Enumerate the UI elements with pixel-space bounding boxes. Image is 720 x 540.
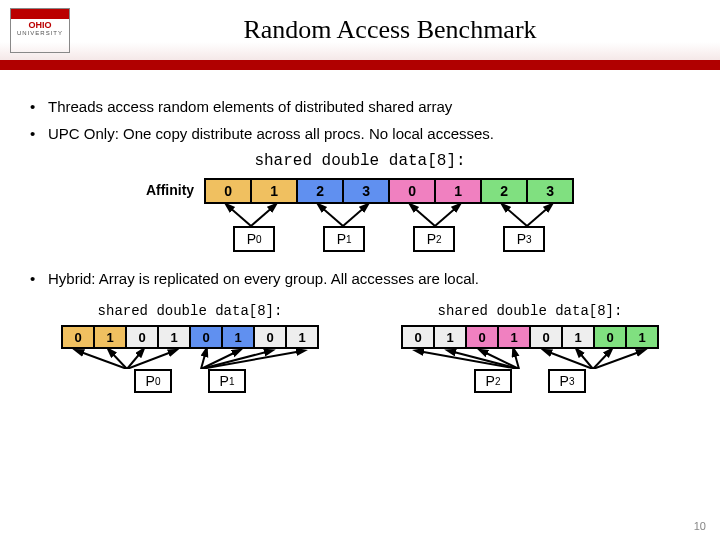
slide-content: Threads access random elements of distri… <box>0 70 720 393</box>
array-cell: 0 <box>253 325 287 349</box>
svg-line-5 <box>435 206 458 226</box>
array-cell: 2 <box>296 178 344 204</box>
code-declaration-top: shared double data[8]: <box>30 152 690 170</box>
array-cells-right: 0 1 0 1 0 1 0 1 <box>401 325 659 349</box>
svg-line-0 <box>228 206 251 226</box>
osu-logo: OHIO UNIVERSITY <box>10 8 70 53</box>
svg-line-3 <box>343 206 366 226</box>
proc-box: P3 <box>503 226 545 252</box>
diagram-upc: Affinity 0 1 2 3 0 1 2 3 <box>30 178 690 252</box>
array-cell: 0 <box>388 178 436 204</box>
svg-line-15 <box>201 351 302 369</box>
array-cell: 1 <box>434 178 482 204</box>
array-cell: 1 <box>93 325 127 349</box>
proc-box: P2 <box>474 369 512 393</box>
hybrid-right: shared double data[8]: 0 1 0 1 0 1 0 1 <box>370 297 690 393</box>
svg-line-1 <box>251 206 274 226</box>
arrows-left <box>61 347 319 369</box>
hybrid-left: shared double data[8]: 0 1 0 1 0 1 0 1 <box>30 297 350 393</box>
array-cell: 1 <box>433 325 467 349</box>
code-declaration-left: shared double data[8]: <box>30 303 350 319</box>
svg-line-16 <box>418 351 519 369</box>
svg-line-4 <box>412 206 435 226</box>
arrows-top <box>204 202 574 226</box>
proc-box: P0 <box>134 369 172 393</box>
array-cell: 1 <box>250 178 298 204</box>
array-cell: 0 <box>401 325 435 349</box>
page-number: 10 <box>694 520 706 532</box>
array-cell: 0 <box>189 325 223 349</box>
proc-box: P1 <box>208 369 246 393</box>
bullet-1: Threads access random elements of distri… <box>30 98 690 115</box>
procs-row-right: P2 P3 <box>474 369 586 393</box>
array-cell: 1 <box>497 325 531 349</box>
code-declaration-right: shared double data[8]: <box>370 303 690 319</box>
proc-box: P3 <box>548 369 586 393</box>
array-cell: 0 <box>125 325 159 349</box>
diagram-hybrid: shared double data[8]: 0 1 0 1 0 1 0 1 <box>30 297 690 393</box>
array-cell: 3 <box>342 178 390 204</box>
svg-line-17 <box>450 351 519 369</box>
array-cell: 0 <box>61 325 95 349</box>
bullet-3: Hybrid: Array is replicated on every gro… <box>30 270 690 287</box>
proc-box: P0 <box>233 226 275 252</box>
array-cell: 0 <box>529 325 563 349</box>
svg-line-6 <box>504 206 527 226</box>
svg-line-7 <box>527 206 550 226</box>
array-cell: 0 <box>465 325 499 349</box>
proc-box: P1 <box>323 226 365 252</box>
proc-box: P2 <box>413 226 455 252</box>
svg-line-2 <box>320 206 343 226</box>
array-cells-left: 0 1 0 1 0 1 0 1 <box>61 325 319 349</box>
slide-title: Random Access Benchmark <box>70 15 710 45</box>
array-cell: 1 <box>625 325 659 349</box>
red-divider <box>0 60 720 70</box>
procs-row-top: P0 P1 P2 P3 <box>233 226 545 252</box>
array-cell: 3 <box>526 178 574 204</box>
slide-header: OHIO UNIVERSITY Random Access Benchmark <box>0 0 720 60</box>
bullet-2: UPC Only: One copy distribute across all… <box>30 125 690 142</box>
array-cell: 1 <box>561 325 595 349</box>
array-cell: 1 <box>157 325 191 349</box>
array-cell: 0 <box>204 178 252 204</box>
affinity-label: Affinity <box>146 178 194 198</box>
array-cells-top: 0 1 2 3 0 1 2 3 <box>204 178 574 204</box>
array-cell: 2 <box>480 178 528 204</box>
array-cell: 0 <box>593 325 627 349</box>
procs-row-left: P0 P1 <box>134 369 246 393</box>
array-cell: 1 <box>221 325 255 349</box>
arrows-right <box>401 347 659 369</box>
array-cell: 1 <box>285 325 319 349</box>
